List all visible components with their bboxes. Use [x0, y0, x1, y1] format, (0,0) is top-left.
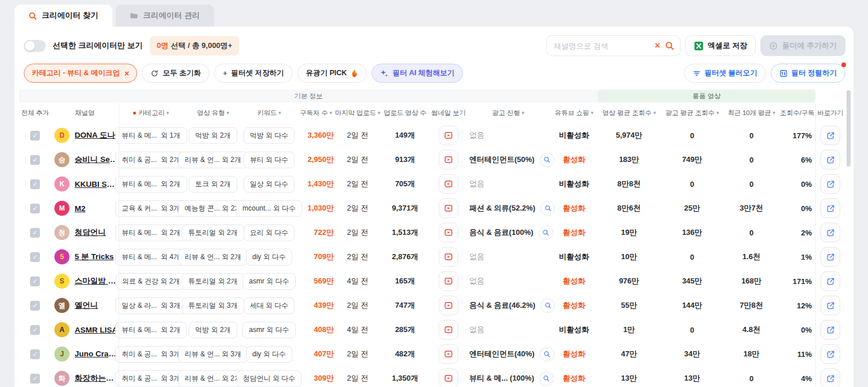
channel-name-link[interactable]: 승비니 Seungbini — [75, 154, 119, 165]
row-checkbox[interactable]: ✓ — [30, 204, 40, 213]
row-checkbox[interactable]: ✓ — [30, 349, 40, 359]
channel-name-link[interactable]: M2 — [75, 204, 86, 213]
col-category[interactable]: 카테고리▾ — [119, 109, 183, 117]
tab-manage-creators[interactable]: 크리에이터 관리 — [116, 5, 214, 27]
pick-button[interactable]: 유광기 PICK — [297, 64, 367, 83]
thumbnail-view-button[interactable] — [439, 223, 458, 242]
thumbnail-view-button[interactable] — [439, 344, 458, 364]
external-link-button[interactable] — [821, 126, 840, 145]
channel-name-link[interactable]: Juno Craft 주노 ... — [75, 349, 119, 359]
video-type-pill[interactable]: 튜토리얼 외 2개 — [182, 224, 244, 241]
category-pill[interactable]: 취미 & 공... 외 3개 — [115, 370, 186, 387]
external-link-button[interactable] — [821, 320, 840, 340]
remove-filter-icon[interactable]: × — [124, 69, 129, 78]
selected-only-toggle[interactable] — [24, 40, 46, 52]
row-checkbox[interactable]: ✓ — [30, 228, 40, 238]
save-filterset-button[interactable]: + 필터셋 저장하기 — [214, 64, 292, 83]
category-pill[interactable]: 뷰티 & 메... 외 2개 — [115, 176, 186, 193]
channel-name-link[interactable]: 옐언니 — [75, 300, 98, 311]
thumbnail-view-button[interactable] — [439, 150, 458, 169]
channel-name-link[interactable]: ASMR LISA — [75, 326, 117, 334]
col-youtube-shopping[interactable]: 유튜브 쇼핑▾ — [550, 109, 598, 117]
video-type-pill[interactable]: 리뷰 & 언... 외 3개 — [178, 346, 248, 363]
external-link-button[interactable] — [821, 223, 840, 242]
thumbnail-view-button[interactable] — [439, 198, 458, 218]
row-checkbox[interactable]: ✓ — [30, 277, 40, 286]
row-checkbox[interactable]: ✓ — [30, 325, 40, 335]
col-last-upload[interactable]: 마지막 업로드▾ — [336, 109, 379, 117]
category-pill[interactable]: 뷰티 & 메... 외 2개 — [115, 322, 186, 338]
load-filterset-button[interactable]: 필터셋 불러오기 — [684, 64, 766, 83]
video-type-pill[interactable]: 토크 외 2개 — [189, 176, 237, 193]
channel-name-link[interactable]: KKUBI STUDIO — [75, 180, 119, 189]
keyword-pill[interactable]: 먹방 외 다수 — [244, 127, 295, 144]
external-link-button[interactable] — [821, 247, 840, 267]
external-link-button[interactable] — [821, 368, 840, 387]
tab-find-creators[interactable]: 크리에이터 찾기 — [14, 5, 112, 27]
thumbnail-view-button[interactable] — [439, 320, 458, 340]
category-pill[interactable]: 취미 & 공... 외 3개 — [115, 346, 186, 363]
thumbnail-view-button[interactable] — [439, 271, 458, 291]
keyword-pill[interactable]: 요리 외 다수 — [244, 224, 295, 241]
col-video-type[interactable]: 영상 유형▾ — [183, 109, 242, 117]
active-filter-chip[interactable]: 카테고리 - 뷰티 & 메이크업 × — [24, 64, 137, 83]
vertical-scrollbar[interactable] — [847, 90, 851, 167]
channel-name-link[interactable]: 청담언니 — [75, 227, 106, 238]
col-avg-views[interactable]: 영상 평균 조회수▾ — [598, 109, 660, 117]
external-link-button[interactable] — [821, 296, 840, 315]
channel-name-link[interactable]: 5 분 Tricks — [75, 252, 114, 262]
clear-search-icon[interactable]: × — [654, 41, 660, 50]
external-link-button[interactable] — [821, 198, 840, 218]
row-checkbox[interactable]: ✓ — [30, 179, 40, 189]
video-type-pill[interactable]: 리뷰 & 언... 외 2개 — [178, 152, 248, 168]
video-type-pill[interactable]: 먹방 외 2개 — [189, 127, 237, 144]
external-link-button[interactable] — [821, 271, 840, 291]
row-checkbox[interactable]: ✓ — [30, 131, 40, 141]
thumbnail-view-button[interactable] — [439, 174, 458, 194]
col-recent10-avg[interactable]: 최근 10개 평균▾ — [724, 109, 779, 117]
search-submit-icon[interactable] — [665, 41, 674, 50]
category-pill[interactable]: 일상 & 라... 외 3개 — [115, 297, 186, 314]
add-to-folder-button[interactable]: 폴더에 추가하기 — [760, 35, 845, 56]
col-add-all[interactable]: 전체 추가 — [19, 109, 51, 117]
channel-search-input[interactable] — [554, 42, 650, 50]
category-pill[interactable]: 뷰티 & 메... 외 1개 — [115, 127, 186, 144]
thumbnail-view-button[interactable] — [439, 247, 458, 267]
keyword-pill[interactable]: 세대 외 다수 — [244, 297, 295, 314]
external-link-button[interactable] — [821, 344, 840, 364]
row-checkbox[interactable]: ✓ — [30, 155, 40, 165]
save-excel-button[interactable]: 엑셀로 저장 — [685, 35, 756, 56]
channel-name-link[interactable]: DONA 도나 — [75, 130, 115, 141]
video-type-pill[interactable]: 튜토리얼 외 2개 — [182, 273, 244, 290]
category-pill[interactable]: 취미 & 공... 외 2개 — [115, 152, 186, 168]
thumbnail-view-button[interactable] — [439, 368, 458, 387]
keyword-pill[interactable]: 청담언니 외 다수 — [237, 370, 302, 387]
row-checkbox[interactable]: ✓ — [30, 252, 40, 262]
row-checkbox[interactable]: ✓ — [30, 374, 40, 384]
video-type-pill[interactable]: 먹방 외 2개 — [189, 322, 237, 338]
col-ad-progress[interactable]: 광고 진행▾ — [466, 109, 550, 117]
keyword-pill[interactable]: asmr 외 다수 — [242, 322, 295, 338]
thumbnail-view-button[interactable] — [439, 296, 458, 315]
category-pill[interactable]: 뷰티 & 메... 외 4개 — [115, 249, 186, 266]
col-subscribers[interactable]: 구독자 수▾ — [296, 109, 336, 117]
filter-ai-button[interactable]: 필터 AI 체험해보기 — [372, 64, 463, 83]
category-pill[interactable]: 뷰티 & 메... 외 2개 — [115, 224, 186, 241]
category-pill[interactable]: 의료 & 건강 외 2개 — [116, 273, 186, 290]
channel-name-link[interactable]: 스마일밤 Smile B... — [75, 276, 119, 286]
channel-name-link[interactable]: 화장하는청담언니 — [75, 373, 119, 384]
category-pill[interactable]: 교육 & 커... 외 3개 — [115, 200, 186, 217]
col-ad-avg-views[interactable]: 광고 평균 조회수▾ — [660, 109, 724, 117]
sort-filters-button[interactable]: 필터 정렬하기 — [771, 64, 845, 83]
keyword-pill[interactable]: 일상 외 다수 — [244, 176, 295, 193]
keyword-pill[interactable]: asmr 외 다수 — [242, 273, 295, 290]
col-keyword[interactable]: 키워드▾ — [242, 109, 296, 117]
thumbnail-view-button[interactable] — [439, 126, 458, 145]
reset-all-button[interactable]: 모두 초기화 — [142, 64, 209, 83]
keyword-pill[interactable]: diy 외 다수 — [246, 346, 292, 363]
row-checkbox[interactable]: ✓ — [30, 301, 40, 311]
keyword-pill[interactable]: diy 외 다수 — [246, 249, 292, 266]
keyword-pill[interactable]: 뷰티 외 다수 — [244, 152, 295, 168]
video-type-pill[interactable]: 튜토리얼 외 3개 — [182, 297, 244, 314]
external-link-button[interactable] — [821, 174, 840, 194]
